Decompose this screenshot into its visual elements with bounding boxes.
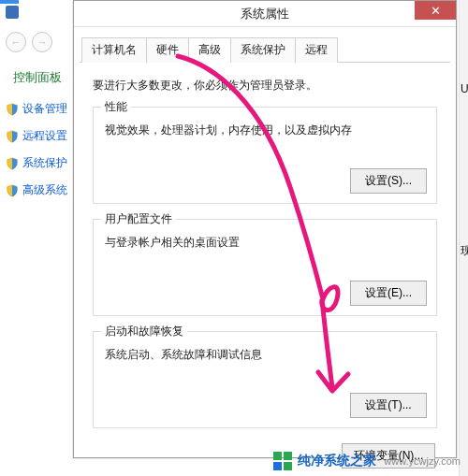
tab-pane-advanced: 要进行大多数更改，你必须作为管理员登录。 性能 视觉效果，处理器计划，内存使用，… xyxy=(80,63,450,454)
sidebar-item-label: 远程设置 xyxy=(22,128,67,144)
sidebar-item-remote[interactable]: 远程设置 xyxy=(6,128,67,144)
tab-system-protection[interactable]: 系统保护 xyxy=(230,37,296,63)
nav-back-icon[interactable]: ← xyxy=(6,32,26,52)
shield-icon xyxy=(6,130,19,143)
shield-icon xyxy=(6,103,19,116)
shield-icon xyxy=(6,157,19,170)
breadcrumb[interactable]: 控制面板 xyxy=(13,69,62,86)
watermark: 纯净系统之家 www.ycwjzy.com xyxy=(273,452,461,470)
nav-arrows: ← → xyxy=(6,32,52,52)
tab-strip: 计算机名 硬件 高级 系统保护 远程 xyxy=(80,36,450,63)
sidebar-item-advanced[interactable]: 高级系统 xyxy=(6,182,67,198)
group-desc: 系统启动、系统故障和调试信息 xyxy=(105,347,427,363)
tab-advanced[interactable]: 高级 xyxy=(188,37,231,63)
sidebar-item-protection[interactable]: 系统保护 xyxy=(6,155,67,171)
group-legend: 性能 xyxy=(101,99,131,115)
nav-forward-icon[interactable]: → xyxy=(32,32,52,52)
group-legend: 启动和故障恢复 xyxy=(101,324,187,339)
group-desc: 与登录帐户相关的桌面设置 xyxy=(105,235,427,251)
shield-icon xyxy=(6,184,19,197)
sidebar-item-label: 高级系统 xyxy=(22,182,67,198)
sidebar-item-label: 系统保护 xyxy=(22,155,67,171)
group-performance: 性能 视觉效果，处理器计划，内存使用，以及虚拟内存 设置(S)... xyxy=(93,107,437,204)
watermark-url: www.ycwjzy.com xyxy=(384,455,461,467)
group-user-profiles: 用户配置文件 与登录帐户相关的桌面设置 设置(E)... xyxy=(93,219,437,316)
performance-settings-button[interactable]: 设置(S)... xyxy=(350,168,427,194)
startup-recovery-settings-button[interactable]: 设置(T)... xyxy=(350,393,427,418)
dialog-title: 系统属性 xyxy=(241,6,289,22)
sidebar: 设备管理 远程设置 系统保护 高级系统 xyxy=(6,101,67,198)
close-button[interactable]: ✕ xyxy=(415,1,456,20)
tab-remote[interactable]: 远程 xyxy=(295,37,338,63)
right-panel-strip: U 现 xyxy=(459,0,468,476)
sidebar-item-label: 设备管理 xyxy=(22,101,67,117)
tab-computer-name[interactable]: 计算机名 xyxy=(81,37,147,63)
system-properties-dialog: 系统属性 ✕ 计算机名 硬件 高级 系统保护 远程 要进行大多数更改，你必须作为… xyxy=(73,0,457,458)
app-icon xyxy=(6,6,19,19)
sidebar-item-device-manager[interactable]: 设备管理 xyxy=(6,101,67,117)
watermark-logo-icon xyxy=(273,452,292,470)
close-icon: ✕ xyxy=(431,5,441,17)
tab-hardware[interactable]: 硬件 xyxy=(146,37,189,63)
watermark-brand: 纯净系统之家 xyxy=(298,453,376,469)
user-profiles-settings-button[interactable]: 设置(E)... xyxy=(350,281,427,306)
group-legend: 用户配置文件 xyxy=(101,211,176,227)
admin-note: 要进行大多数更改，你必须作为管理员登录。 xyxy=(93,78,437,94)
titlebar: 系统属性 ✕ xyxy=(74,1,456,27)
group-startup-recovery: 启动和故障恢复 系统启动、系统故障和调试信息 设置(T)... xyxy=(93,331,437,428)
group-desc: 视觉效果，处理器计划，内存使用，以及虚拟内存 xyxy=(105,123,427,138)
